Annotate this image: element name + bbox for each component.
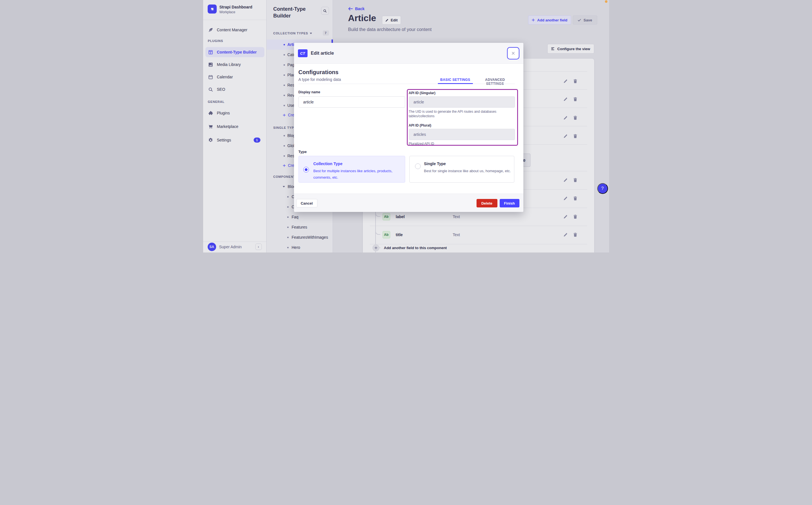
collection-type-desc: Best for multiple instances like article… <box>314 168 398 181</box>
radio-unselected-icon[interactable] <box>415 163 421 169</box>
close-icon <box>511 51 515 55</box>
tab-basic-settings[interactable]: BASIC SETTINGS <box>438 78 473 82</box>
edit-article-modal: CT Edit article Configurations A type fo… <box>294 43 524 212</box>
api-id-singular-hint: The UID is used to generate the API rout… <box>409 109 513 118</box>
modal-heading: Configurations <box>299 69 339 75</box>
finish-button[interactable]: Finish <box>500 199 519 207</box>
modal-footer: Cancel Delete Finish <box>294 194 524 212</box>
modal-subheading: A type for modeling data <box>299 77 341 82</box>
content-type-badge: CT <box>298 49 308 57</box>
api-id-singular-label: API ID (Singular) <box>409 91 436 95</box>
api-id-singular-input[interactable] <box>409 97 515 108</box>
api-id-plural-label: API ID (Plural) <box>409 124 431 127</box>
single-type-title: Single Type <box>424 161 446 166</box>
modal-title: Edit article <box>311 51 334 56</box>
display-name-label: Display name <box>299 90 320 94</box>
api-id-plural-input[interactable] <box>409 129 515 140</box>
single-type-desc: Best for single instance like about us, … <box>424 168 511 174</box>
display-name-input[interactable] <box>299 97 405 108</box>
tab-advanced-settings[interactable]: ADVANCED SETTINGS <box>479 78 511 86</box>
close-button[interactable] <box>507 48 519 59</box>
radio-selected-icon[interactable] <box>303 167 309 172</box>
active-tab-underline <box>438 83 473 84</box>
collection-type-card[interactable]: Collection Type Best for multiple instan… <box>299 156 405 183</box>
modal-header: CT Edit article <box>294 43 524 64</box>
collection-type-title: Collection Type <box>314 161 343 166</box>
recording-indicator-dot <box>605 0 607 3</box>
strapi-dashboard-screen: Strapi Dashboard Workplace Content Manag… <box>203 0 609 252</box>
type-label: Type <box>299 150 307 154</box>
api-id-plural-hint: Pluralized API ID <box>409 142 434 146</box>
cancel-button[interactable]: Cancel <box>296 199 317 207</box>
delete-button[interactable]: Delete <box>476 199 497 207</box>
single-type-card[interactable]: Single Type Best for single instance lik… <box>410 156 514 183</box>
